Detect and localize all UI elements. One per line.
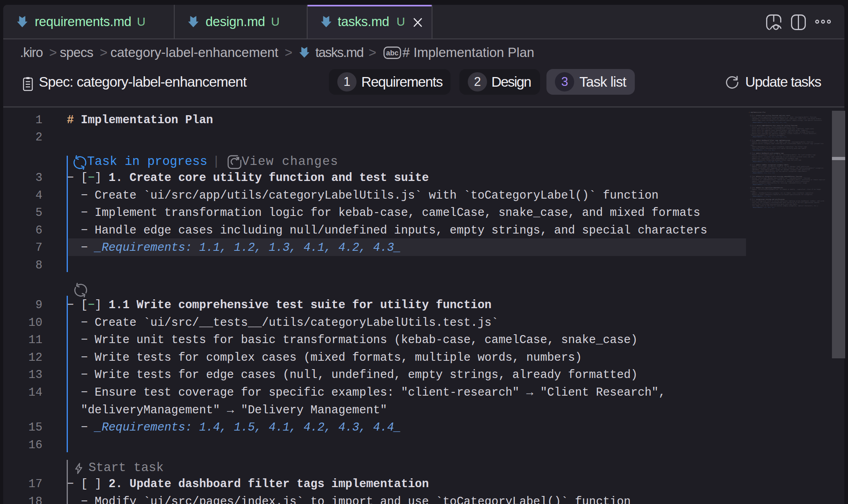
svg-text:abc: abc	[386, 49, 398, 57]
